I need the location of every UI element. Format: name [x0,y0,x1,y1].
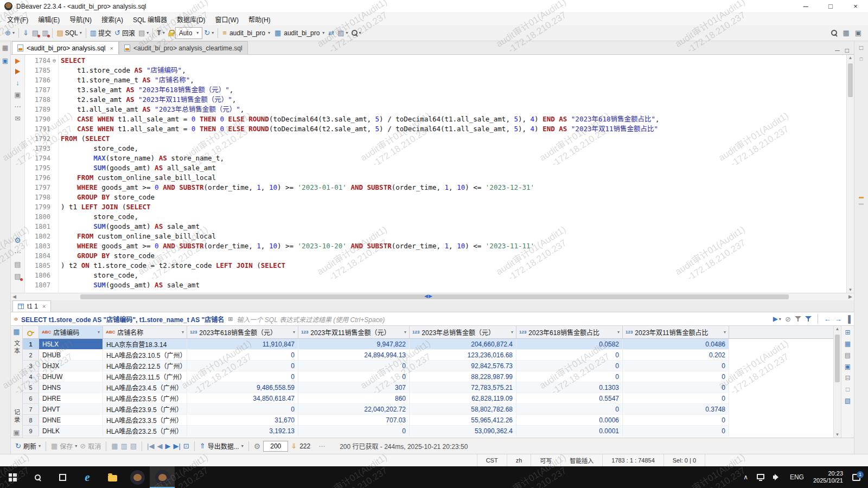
refresh-button[interactable]: ↻刷新▾ [15,441,41,451]
task-view-button[interactable] [50,466,75,488]
settings-gear-icon[interactable]: ⚙ [14,236,21,244]
cell[interactable]: 0 [623,382,729,393]
execute-script-icon[interactable] [15,69,20,74]
cell[interactable]: DHJX [39,361,103,371]
save-to-database-button[interactable]: ▤ [30,27,40,40]
cell[interactable]: 0 [516,361,623,371]
filter-input[interactable]: 输入一个 SQL 表达式来过滤结果 (使用 Ctrl+Space) [237,314,769,324]
cell[interactable]: 0.1303 [516,382,623,393]
result-tab-t1[interactable]: t1 1 × [12,300,51,312]
cell[interactable]: 0 [298,426,410,436]
internet-explorer-button[interactable]: e [75,466,100,488]
cell[interactable]: 11,910,847 [187,339,298,350]
cell[interactable]: HLA唯品会23.9.5（广州） [103,404,187,415]
cell[interactable]: 0 [298,361,410,371]
cell[interactable]: HLA唯品会22.12.5（广州） [103,361,187,371]
restore-panel-icon[interactable]: ▦ [2,44,8,52]
menu-item-2[interactable]: 导航(N) [65,15,97,24]
refs-panel-icon[interactable]: ▣ [845,363,851,370]
focus-row-icon[interactable]: ⊡ [183,442,189,450]
taskbar-search-button[interactable] [25,466,50,488]
custom-filter-icon[interactable] [805,316,812,322]
app-button-1[interactable] [125,466,150,488]
rollback-button[interactable]: ↺回滚 [113,27,137,40]
new-connection-button[interactable]: ⊕▾ [3,27,16,40]
cell[interactable]: DHUW [39,371,103,382]
filter-funnel-icon[interactable] [795,316,801,322]
record-edit-icon[interactable]: ▣ [13,429,20,436]
code-area[interactable]: SELECT t1.store_code AS "店铺编码", t1.store… [59,55,846,293]
cell[interactable]: 307 [298,382,410,393]
database-navigator-icon[interactable]: ▣ [2,57,8,65]
last-page-icon[interactable]: ▶| [173,442,180,450]
menu-item-3[interactable]: 搜索(A) [97,15,128,24]
row-number[interactable]: 5 [23,382,39,393]
cell[interactable]: 0 [187,371,298,382]
column-filter-icon[interactable]: ▾ [724,330,726,335]
cell[interactable]: 22,040,202.72 [298,404,410,415]
more-options-icon[interactable]: ⋯ [14,249,21,256]
cell[interactable]: 88,228,987.99 [410,371,516,382]
column-header-5[interactable]: 1232023年618销售金额占比▾ [516,326,623,338]
cell[interactable]: HLA唯品会23.4.5（广州） [103,382,187,393]
cell[interactable]: 0 [187,350,298,361]
editor-vscrollbar[interactable]: ▲ ▼ [846,55,854,293]
first-page-icon[interactable]: |◀ [147,442,154,450]
value-viewer-icon[interactable]: ⊞ [845,329,850,336]
start-button[interactable] [0,466,25,488]
column-filter-icon[interactable]: ▾ [98,330,100,335]
fetch-icon-button[interactable]: ⇓ [21,27,30,40]
cell[interactable]: HLA唯品会23.2.5（广州） [103,426,187,436]
mail-icon[interactable]: ✉ [15,115,21,122]
tab-analysis-cleartime-sql[interactable]: <audit_bi_pro> analysis_cleartime.sql [119,41,248,54]
minimize-button[interactable]: ─ [793,0,818,12]
column-header-1[interactable]: ABC店铺名称▾ [103,326,187,338]
cell[interactable]: 0.0486 [623,339,729,350]
row-number[interactable]: 6 [23,393,39,404]
maximize-editor-icon[interactable]: □ [845,47,849,54]
row-number[interactable]: 9 [23,426,39,436]
column-header-3[interactable]: 1232023年双11销售金额（元）▾ [298,326,410,338]
cell[interactable]: 92,842,576.73 [410,361,516,371]
auto-commit-combo[interactable]: Auto▾ [175,27,203,39]
scroll-right-icon[interactable]: ▶ [848,294,852,299]
grid-scroll-down-icon[interactable]: ▼ [834,432,841,437]
overflow-menu-icon[interactable]: ⋯ [318,442,325,450]
column-filter-icon[interactable]: ▾ [511,330,513,335]
cell[interactable]: 0 [516,404,623,415]
cell[interactable]: DHNS [39,382,103,393]
cell[interactable]: 31,670 [187,415,298,426]
cell[interactable]: 0.3748 [623,404,729,415]
cell[interactable]: 860 [298,393,410,404]
panel-toggle-icon[interactable]: ▐ [846,316,851,323]
menu-item-6[interactable]: 窗口(W) [210,15,244,24]
file-explorer-button[interactable] [100,466,125,488]
scroll-up-icon[interactable]: ▲ [847,55,854,60]
row-number[interactable]: 4 [23,371,39,382]
error-log-icon[interactable]: ▤ [14,273,21,280]
cell[interactable]: DHRE [39,393,103,404]
editor-hscrollbar[interactable]: ◀ ◀▶ ▶ [11,293,854,300]
sash-restore-icon[interactable]: ◀▶ [424,293,433,299]
cell[interactable]: 24,894,994.13 [298,350,410,361]
cell[interactable]: 0.0582 [516,339,623,350]
export-button[interactable]: ▧▾ [336,27,349,40]
close-button[interactable]: × [843,0,868,12]
column-header-4[interactable]: 1232023年总销售金额（元）▾ [410,326,516,338]
tab-analysis-sql[interactable]: <audit_bi_pro> analysis.sql × [12,41,119,54]
next-page-icon[interactable]: ▶ [165,442,170,450]
cell[interactable]: HLA唯品会23.5.5（广州） [103,393,187,404]
grid-vscrollbar[interactable]: ▲ ▼ [833,326,841,438]
cell[interactable]: H5LX [39,339,103,350]
cell[interactable]: HLA唯品会23.3.5（广州） [103,415,187,426]
cell[interactable]: 0 [298,371,410,382]
action-center-button[interactable]: 1 [848,466,868,488]
cell[interactable]: 58,802,782.68 [410,404,516,415]
apply-filter-button[interactable]: ▶▾ [773,315,781,323]
search-button[interactable]: ▾ [350,27,363,40]
layout-panel-icon[interactable]: □ [846,386,850,393]
row-number[interactable]: 3 [23,361,39,371]
row-number[interactable]: 8 [23,415,39,426]
volume-tray-icon[interactable] [769,466,786,488]
expand-query-icon[interactable]: ⊞ [228,316,233,323]
